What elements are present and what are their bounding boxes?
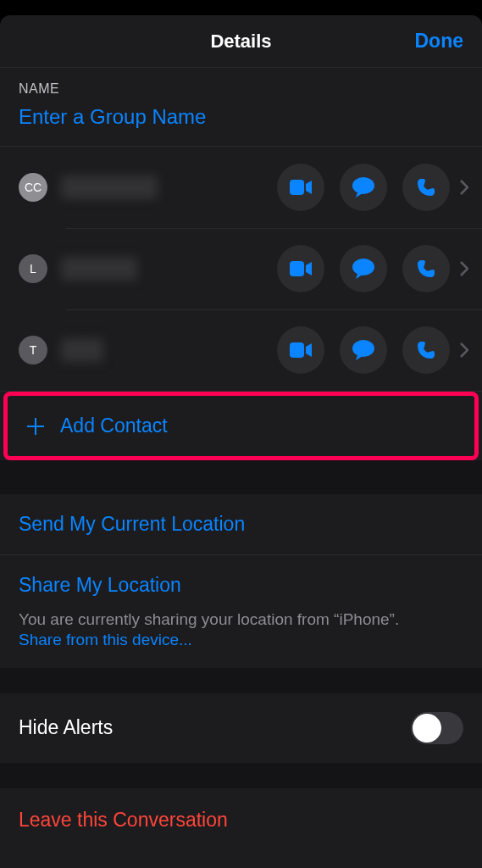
share-my-location-label: Share My Location <box>19 574 181 596</box>
done-button[interactable]: Done <box>415 30 464 53</box>
avatar: T <box>19 336 47 364</box>
sheet-header: Details Done <box>0 15 482 68</box>
hide-alerts-toggle[interactable] <box>411 712 463 744</box>
message-button[interactable] <box>340 245 387 292</box>
location-section: Send My Current Location Share My Locati… <box>0 494 482 668</box>
location-footer: You are currently sharing your location … <box>0 609 482 668</box>
svg-rect-4 <box>290 342 304 358</box>
video-call-button[interactable] <box>277 245 324 292</box>
section-separator <box>0 668 482 693</box>
name-label: NAME <box>19 81 463 97</box>
group-name-section: NAME Enter a Group Name <box>0 68 482 147</box>
section-separator <box>0 763 482 788</box>
send-current-location-label: Send My Current Location <box>19 513 245 535</box>
chat-bubble-icon <box>352 259 374 279</box>
add-contact-button[interactable]: Add Contact <box>8 396 474 456</box>
video-icon <box>290 342 312 358</box>
phone-icon <box>416 177 436 198</box>
avatar: CC <box>19 173 47 202</box>
video-call-button[interactable] <box>277 326 324 374</box>
avatar: L <box>19 254 47 283</box>
audio-call-button[interactable] <box>402 164 450 211</box>
audio-call-button[interactable] <box>402 245 450 292</box>
svg-point-1 <box>352 177 374 194</box>
toggle-knob <box>413 714 441 743</box>
svg-rect-0 <box>290 180 304 195</box>
contact-row[interactable]: T <box>0 309 482 391</box>
share-my-location-button[interactable]: Share My Location <box>0 555 482 605</box>
video-icon <box>290 180 312 195</box>
contacts-list: CC L <box>0 147 482 392</box>
contact-name-redacted <box>61 338 103 362</box>
contact-name-redacted <box>61 175 158 199</box>
video-call-button[interactable] <box>277 164 324 211</box>
contact-name-redacted <box>61 257 137 281</box>
group-name-input[interactable]: Enter a Group Name <box>19 105 463 129</box>
hide-alerts-label: Hide Alerts <box>19 716 113 739</box>
add-contact-label: Add Contact <box>60 415 168 437</box>
add-contact-highlight: Add Contact <box>3 392 479 460</box>
svg-point-3 <box>352 259 374 275</box>
section-separator <box>0 460 482 494</box>
location-sharing-status: You are currently sharing your location … <box>19 609 463 631</box>
phone-icon <box>416 340 436 360</box>
contact-row[interactable]: CC <box>0 147 482 228</box>
svg-rect-2 <box>290 261 304 276</box>
phone-icon <box>416 259 436 279</box>
svg-point-5 <box>352 340 374 357</box>
leave-conversation-button[interactable]: Leave this Conversation <box>0 788 482 852</box>
chat-bubble-icon <box>352 340 374 360</box>
share-from-device-link[interactable]: Share from this device... <box>19 631 463 649</box>
chevron-right-icon <box>460 342 468 358</box>
details-sheet: Details Done NAME Enter a Group Name CC <box>0 15 482 868</box>
message-button[interactable] <box>340 326 387 374</box>
audio-call-button[interactable] <box>402 326 450 374</box>
video-icon <box>290 261 312 276</box>
send-current-location-button[interactable]: Send My Current Location <box>0 494 482 555</box>
hide-alerts-row: Hide Alerts <box>0 693 482 763</box>
chat-bubble-icon <box>352 177 374 198</box>
chevron-right-icon <box>460 261 468 276</box>
header-title: Details <box>210 31 271 53</box>
message-button[interactable] <box>340 164 387 211</box>
chevron-right-icon <box>460 180 468 195</box>
contact-row[interactable]: L <box>0 228 482 309</box>
plus-icon <box>26 417 45 436</box>
